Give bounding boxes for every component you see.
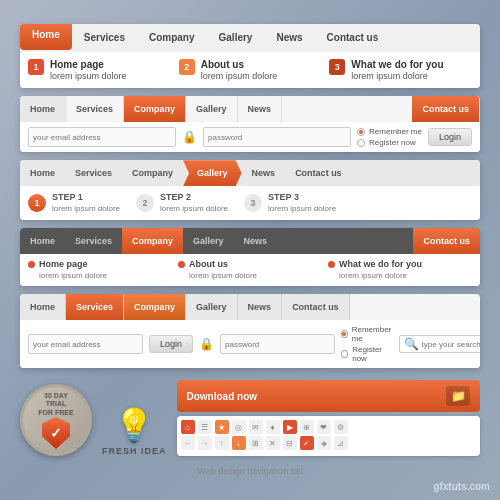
register-now-option[interactable]: Register now [357, 138, 422, 147]
nav5-options: Remember me Register now [341, 325, 393, 363]
nav1-badge-1: 1 [28, 59, 44, 75]
nav1-tab-news[interactable]: News [264, 24, 314, 52]
nav4-item-2: About us lorem ipsum dolore [178, 259, 322, 281]
step-2-desc: lorem ipsum dolore [160, 204, 228, 213]
nav4-item-1: Home page lorem ipsum dolore [28, 259, 172, 281]
icon-18: ✓ [300, 436, 314, 450]
icon-row-2: ← → ↑ ↓ ⊞ ✕ ⊟ ✓ ◈ ⊿ [181, 436, 476, 450]
remember-me-label: Remember me [369, 127, 422, 136]
nav2-tab-news[interactable]: News [238, 96, 283, 122]
icon-13: ↑ [215, 436, 229, 450]
icon-19: ◈ [317, 436, 331, 450]
step-3-desc: lorem ipsum dolore [268, 204, 336, 213]
nav1-badge-2: 2 [179, 59, 195, 75]
nav5-register-option[interactable]: Register now [341, 345, 393, 363]
nav5-tab-home[interactable]: Home [20, 294, 66, 320]
nav5-tab-company[interactable]: Company [124, 294, 186, 320]
navbar-5-content: Login 🔒 Remember me Register now 🔍 [20, 320, 480, 368]
nav5-tab-gallery[interactable]: Gallery [186, 294, 238, 320]
nav4-tab-company[interactable]: Company [122, 228, 183, 254]
nav5-tab-services[interactable]: Services [66, 294, 124, 320]
bottom-widgets: 30 DAYTRIALFOR FREE ✓ 💡 FRESH IDEA Downl… [20, 380, 480, 456]
nav1-title-3: What we do for you [351, 58, 443, 71]
email-input[interactable] [28, 127, 176, 147]
nav1-title-2: About us [201, 58, 278, 71]
icon-3: ★ [215, 420, 229, 434]
nav3-tab-news[interactable]: News [242, 160, 286, 186]
nav4-desc-1: lorem ipsum dolore [39, 271, 107, 280]
nav5-tab-news[interactable]: News [238, 294, 283, 320]
nav1-tab-services[interactable]: Services [72, 24, 137, 52]
nav1-title-1: Home page [50, 58, 127, 71]
icon-20: ⊿ [334, 436, 348, 450]
nav1-item-3: 3 What we do for you lorem ipsum dolore [329, 58, 472, 83]
nav5-tab-contact[interactable]: Contact us [282, 294, 350, 320]
nav5-register-label: Register now [352, 345, 392, 363]
nav3-tab-services[interactable]: Services [65, 160, 122, 186]
nav2-tab-contact[interactable]: Contact us [412, 96, 480, 122]
nav5-search-input[interactable] [422, 340, 480, 349]
download-label: Download now [187, 391, 258, 402]
navbar-1: Home Services Company Gallery News Conta… [20, 24, 480, 89]
icon-9: ❤ [317, 420, 331, 434]
nav4-tab-services[interactable]: Services [65, 228, 122, 254]
nav4-tab-home[interactable]: Home [20, 228, 65, 254]
shield-icon: ✓ [42, 417, 70, 449]
register-radio[interactable] [357, 139, 365, 147]
step-2-title: STEP 2 [160, 192, 228, 204]
nav5-lock-icon: 🔒 [199, 337, 214, 351]
icon-row-1: ⌂ ☰ ★ ◎ ✉ ♦ ▶ ⊕ ❤ ⚙ [181, 420, 476, 434]
navbar-3-tabs: Home Services Company Gallery News Conta… [20, 160, 480, 186]
nav4-tab-contact[interactable]: Contact us [413, 228, 480, 254]
icon-17: ⊟ [283, 436, 297, 450]
nav5-remember-radio[interactable] [341, 330, 348, 338]
navbar-2: Home Services Company Gallery News Conta… [20, 96, 480, 152]
navbar-3: Home Services Company Gallery News Conta… [20, 160, 480, 220]
nav5-email-input[interactable] [28, 334, 143, 354]
remember-me-option[interactable]: Remember me [357, 127, 422, 136]
nav2-tab-services[interactable]: Services [66, 96, 124, 122]
nav4-title-2: About us [189, 259, 257, 271]
step-1-title: STEP 1 [52, 192, 120, 204]
password-input[interactable] [203, 127, 351, 147]
step-1: 1 STEP 1 lorem ipsum dolore [28, 192, 120, 214]
nav5-password-input[interactable] [220, 334, 335, 354]
nav3-tab-contact[interactable]: Contact us [285, 160, 352, 186]
trial-text: 30 DAYTRIALFOR FREE [38, 392, 73, 417]
bullet-2 [178, 261, 185, 268]
nav4-tab-news[interactable]: News [234, 228, 278, 254]
nav4-desc-2: lorem ipsum dolore [189, 271, 257, 280]
nav5-register-radio[interactable] [341, 350, 348, 358]
nav2-tab-company[interactable]: Company [124, 96, 186, 122]
step-3-title: STEP 3 [268, 192, 336, 204]
step-3: 3 STEP 3 lorem ipsum dolore [244, 192, 336, 214]
navbar-4: Home Services Company Gallery News Conta… [20, 228, 480, 286]
navbar-1-tabs: Home Services Company Gallery News Conta… [20, 24, 480, 52]
icon-15: ⊞ [249, 436, 263, 450]
login-button[interactable]: Login [428, 128, 472, 146]
nav1-item-2: 2 About us lorem ipsum dolore [179, 58, 322, 83]
nav3-tab-gallery[interactable]: Gallery [183, 160, 242, 186]
navbar-2-tabs: Home Services Company Gallery News Conta… [20, 96, 480, 122]
nav1-desc-3: lorem ipsum dolore [351, 71, 428, 81]
nav1-tab-gallery[interactable]: Gallery [207, 24, 265, 52]
nav1-tab-contact[interactable]: Contact us [315, 24, 391, 52]
nav2-tab-home[interactable]: Home [20, 96, 66, 122]
nav4-title-1: Home page [39, 259, 107, 271]
nav1-item-1: 1 Home page lorem ipsum dolore [28, 58, 171, 83]
navbar-5-tabs: Home Services Company Gallery News Conta… [20, 294, 480, 320]
nav4-tab-gallery[interactable]: Gallery [183, 228, 234, 254]
nav3-tab-home[interactable]: Home [20, 160, 65, 186]
nav2-tab-gallery[interactable]: Gallery [186, 96, 238, 122]
icon-12: → [198, 436, 212, 450]
nav3-tab-company[interactable]: Company [122, 160, 183, 186]
nav1-tab-company[interactable]: Company [137, 24, 207, 52]
remember-me-radio[interactable] [357, 128, 365, 136]
nav5-remember-option[interactable]: Remember me [341, 325, 393, 343]
nav1-desc-1: lorem ipsum dolore [50, 71, 127, 81]
nav1-tab-home[interactable]: Home [20, 24, 72, 50]
navbar-3-content: 1 STEP 1 lorem ipsum dolore 2 STEP 2 lor… [20, 186, 480, 220]
nav5-login-button[interactable]: Login [149, 335, 193, 353]
icon-5: ✉ [249, 420, 263, 434]
download-button[interactable]: Download now 📁 [177, 380, 480, 412]
